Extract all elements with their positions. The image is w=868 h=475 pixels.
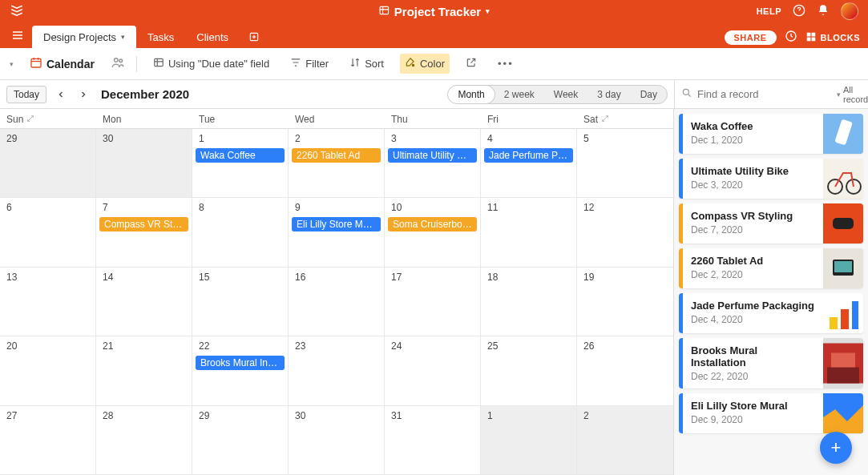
filter-icon: [290, 57, 301, 70]
all-records-dropdown[interactable]: ▾ All records: [837, 85, 868, 104]
record-card[interactable]: Waka CoffeeDec 1, 2020: [679, 114, 863, 154]
expand-icon[interactable]: [26, 114, 34, 125]
calendar-cell[interactable]: 16: [289, 268, 385, 336]
calendar-cell[interactable]: 11: [481, 198, 577, 267]
range-option[interactable]: Week: [544, 86, 587, 103]
view-name-button[interactable]: Calendar: [25, 53, 99, 74]
calendar-event[interactable]: 2260 Tablet Ad: [292, 148, 381, 163]
prev-month-button[interactable]: [53, 87, 69, 103]
filter-button[interactable]: Filter: [285, 54, 333, 74]
range-option[interactable]: 3 day: [587, 86, 630, 103]
help-icon[interactable]: [793, 4, 805, 19]
calendar-cell[interactable]: 22260 Tablet Ad: [289, 129, 385, 198]
date-number: 5: [580, 132, 592, 145]
calendar-cell[interactable]: 6: [0, 198, 96, 267]
using-field-button[interactable]: Using "Due date" field: [148, 54, 274, 74]
today-button[interactable]: Today: [6, 86, 46, 103]
calendar-event[interactable]: Brooks Mural Inst…: [196, 356, 285, 370]
record-card[interactable]: Brooks Mural InstallationDec 22, 2020: [679, 338, 863, 388]
calendar-cell[interactable]: 29: [192, 406, 289, 475]
calendar-event[interactable]: Waka Coffee: [196, 148, 285, 163]
record-card[interactable]: Compass VR StylingDec 7, 2020: [679, 203, 863, 244]
notifications-icon[interactable]: [817, 4, 830, 19]
calendar-cell[interactable]: 12: [577, 198, 673, 267]
table-tab[interactable]: Tasks: [136, 26, 185, 48]
date-number: 1: [484, 409, 496, 422]
calendar-cell[interactable]: 5: [577, 129, 673, 198]
range-option[interactable]: Day: [631, 86, 667, 103]
calendar-cell[interactable]: 10Soma Cruiserboard: [385, 198, 481, 267]
calendar-cell[interactable]: 27: [0, 406, 96, 475]
calendar-cell[interactable]: 8: [192, 198, 289, 267]
calendar-cell[interactable]: 18: [481, 268, 577, 336]
date-number: 28: [99, 409, 116, 422]
add-record-fab[interactable]: +: [820, 432, 852, 464]
calendar-cell[interactable]: 31: [385, 406, 481, 475]
next-month-button[interactable]: [75, 87, 91, 103]
date-number: 4: [484, 132, 496, 145]
calendar-cell[interactable]: 22Brooks Mural Inst…: [192, 336, 289, 405]
calendar-cell[interactable]: 23: [289, 336, 385, 405]
export-button[interactable]: [461, 54, 482, 74]
record-thumbnail: [823, 159, 863, 199]
range-option[interactable]: 2 week: [495, 86, 544, 103]
calendar-cell[interactable]: 20: [0, 336, 96, 405]
history-icon[interactable]: [785, 30, 797, 45]
record-thumbnail: [823, 293, 863, 333]
user-avatar[interactable]: [841, 2, 858, 20]
expand-icon[interactable]: [601, 114, 609, 125]
calendar-cell[interactable]: 28: [96, 406, 192, 475]
menu-icon[interactable]: [8, 26, 27, 45]
more-button[interactable]: •••: [493, 54, 519, 73]
record-card[interactable]: Ultimate Utility BikeDec 3, 2020: [679, 159, 863, 199]
calendar-cell[interactable]: 19: [577, 268, 673, 336]
svg-rect-29: [831, 353, 855, 368]
record-card[interactable]: 2260 Tablet AdDec 2, 2020: [679, 248, 863, 288]
range-option[interactable]: Month: [448, 86, 494, 103]
view-menu-caret-icon[interactable]: ▾: [10, 60, 14, 68]
calendar-event[interactable]: Eli Lilly Store Mural: [292, 217, 381, 231]
calendar-cell[interactable]: 7Compass VR Styli…: [96, 198, 192, 267]
base-title-caret-icon[interactable]: ▾: [486, 7, 490, 15]
add-table-button[interactable]: [244, 27, 264, 46]
calendar-cell[interactable]: 2: [577, 406, 673, 475]
sort-button[interactable]: Sort: [345, 54, 389, 74]
calendar-cell[interactable]: 26: [577, 336, 673, 405]
find-record-input[interactable]: [697, 88, 832, 100]
help-link[interactable]: HELP: [757, 6, 781, 16]
app-logo-icon[interactable]: [10, 3, 26, 19]
calendar-cell[interactable]: 3Ultimate Utility Bike: [385, 129, 481, 198]
record-card[interactable]: Eli Lilly Store MuralDec 9, 2020: [679, 393, 863, 433]
calendar-cell[interactable]: 21: [96, 336, 192, 405]
table-tab[interactable]: Clients: [185, 26, 240, 48]
calendar-cell[interactable]: 1Waka Coffee: [192, 129, 289, 198]
calendar-cell[interactable]: 17: [385, 268, 481, 336]
calendar-cell[interactable]: 13: [0, 268, 96, 336]
calendar-cell[interactable]: 30: [289, 406, 385, 475]
calendar-event[interactable]: Soma Cruiserboard: [388, 217, 477, 231]
calendar-event[interactable]: Compass VR Styli…: [99, 217, 188, 231]
calendar-cell[interactable]: 4Jade Perfume Pac…: [481, 129, 577, 198]
sort-icon: [349, 57, 361, 70]
calendar-cell[interactable]: 9Eli Lilly Store Mural: [289, 198, 385, 267]
calendar-event[interactable]: Ultimate Utility Bike: [388, 148, 477, 163]
record-card[interactable]: Jade Perfume PackagingDec 4, 2020: [679, 293, 863, 333]
svg-rect-0: [380, 6, 389, 14]
calendar-event[interactable]: Jade Perfume Pac…: [484, 148, 573, 163]
share-button[interactable]: SHARE: [725, 30, 777, 45]
tab-caret-icon[interactable]: ▾: [121, 33, 125, 41]
calendar-cell[interactable]: 14: [96, 268, 192, 336]
color-button[interactable]: Color: [400, 54, 450, 74]
calendar-cell[interactable]: 29: [0, 129, 96, 198]
base-title[interactable]: Project Tracker: [394, 5, 481, 18]
blocks-button[interactable]: BLOCKS: [805, 31, 860, 44]
table-tab[interactable]: Design Projects▾: [32, 26, 136, 48]
calendar-cell[interactable]: 1: [481, 406, 577, 475]
calendar-cell[interactable]: 25: [481, 336, 577, 405]
calendar-cell[interactable]: 15: [192, 268, 289, 336]
calendar-cell[interactable]: 30: [96, 129, 192, 198]
calendar-cell[interactable]: 24: [385, 336, 481, 405]
record-title: Brooks Mural Installation: [691, 344, 815, 368]
record-thumbnail: [823, 114, 863, 154]
collaborators-icon[interactable]: [111, 55, 125, 72]
